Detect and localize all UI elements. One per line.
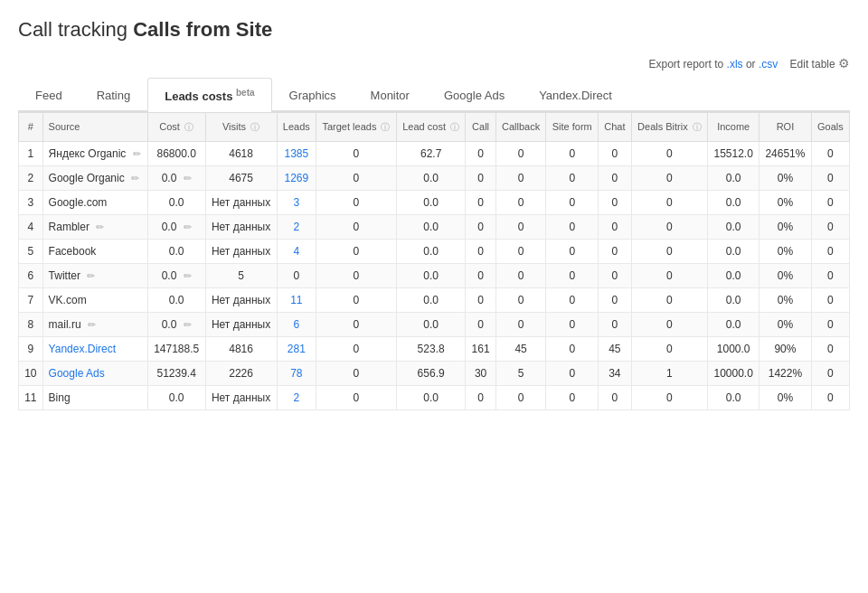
cell-target-leads: 0 — [316, 287, 397, 312]
leads-link[interactable]: 78 — [290, 367, 302, 380]
cost-info-icon: ⓘ — [184, 122, 193, 132]
source-name: Google Organic — [49, 172, 125, 184]
cell-cost: 0.0 — [147, 385, 205, 409]
cell-source: Google Organic ✏ — [42, 165, 147, 190]
tab-monitor[interactable]: Monitor — [354, 79, 427, 111]
tab-leads-costs[interactable]: Leads costs beta — [147, 78, 271, 112]
cell-cost: 0.0 ✏ — [147, 312, 205, 336]
source-edit-icon[interactable]: ✏ — [131, 173, 139, 184]
cost-edit-icon[interactable]: ✏ — [184, 221, 192, 232]
cell-leads: 2 — [277, 385, 316, 409]
cell-lead-cost: 0.0 — [396, 214, 466, 239]
cell-chat: 0 — [599, 385, 632, 409]
table-row: 2 Google Organic ✏ 0.0 ✏ 4675 1269 0 0.0… — [19, 165, 850, 190]
leads-link[interactable]: 4 — [293, 245, 299, 258]
export-bar: Export report to .xls or .csv Edit table… — [18, 56, 850, 71]
cell-leads: 1269 — [277, 165, 316, 190]
edit-table-link[interactable]: Edit table ⚙ — [790, 58, 850, 71]
cell-leads: 1385 — [277, 141, 316, 165]
cell-deals-bitrix: 1 — [631, 361, 708, 385]
source-link[interactable]: Yandex.Direct — [49, 343, 116, 355]
tab-rating[interactable]: Rating — [80, 79, 148, 111]
cell-cost: 0.0 ✏ — [147, 165, 205, 190]
cell-target-leads: 0 — [316, 385, 397, 409]
leads-link[interactable]: 1385 — [284, 147, 308, 160]
cell-deals-bitrix: 0 — [631, 312, 708, 336]
cell-callback: 0 — [495, 287, 546, 312]
cell-roi: 0% — [760, 239, 812, 263]
lead-cost-info-icon: ⓘ — [450, 122, 459, 132]
cell-deals-bitrix: 0 — [631, 336, 708, 361]
tab-yandex-direct[interactable]: Yandex.Direct — [522, 79, 629, 111]
cell-leads: 78 — [277, 361, 316, 385]
col-call: Call — [466, 113, 495, 141]
cell-cost: 0.0 — [147, 239, 205, 263]
cell-lead-cost: 656.9 — [396, 361, 466, 385]
cost-edit-icon[interactable]: ✏ — [184, 319, 192, 330]
cell-deals-bitrix: 0 — [631, 165, 708, 190]
col-chat: Chat — [599, 113, 632, 141]
cell-visits: 4618 — [205, 141, 277, 165]
cell-deals-bitrix: 0 — [631, 287, 708, 312]
cell-income: 1000.0 — [708, 336, 760, 361]
cell-leads: 281 — [277, 336, 316, 361]
visits-info-icon: ⓘ — [250, 122, 259, 132]
cell-call: 0 — [466, 287, 495, 312]
cell-call: 0 — [466, 239, 495, 263]
cell-target-leads: 0 — [316, 361, 397, 385]
tabs-container: Feed Rating Leads costs beta Graphics Mo… — [18, 78, 850, 112]
cell-chat: 0 — [599, 312, 632, 336]
table-row: 10 Google Ads 51239.4 2226 78 0 656.9 30… — [19, 361, 850, 385]
page-title-bold: Calls from Site — [133, 18, 272, 41]
cost-edit-icon[interactable]: ✏ — [184, 173, 192, 184]
cell-num: 9 — [19, 336, 43, 361]
table-row: 1 Яндекс Organic ✏ 86800.0 4618 1385 0 6… — [19, 141, 850, 165]
tab-graphics[interactable]: Graphics — [272, 79, 354, 111]
source-name: Bing — [49, 391, 71, 404]
cell-chat: 0 — [599, 214, 632, 239]
source-edit-icon[interactable]: ✏ — [96, 221, 104, 232]
cell-chat: 0 — [599, 263, 632, 287]
leads-link[interactable]: 11 — [290, 294, 302, 306]
cell-num: 6 — [19, 263, 43, 287]
source-link[interactable]: Google Ads — [49, 367, 105, 380]
cost-edit-icon[interactable]: ✏ — [184, 270, 192, 281]
leads-link[interactable]: 6 — [293, 318, 299, 331]
cell-call: 0 — [466, 141, 495, 165]
cell-chat: 0 — [599, 239, 632, 263]
table-row: 4 Rambler ✏ 0.0 ✏ Нет данных 2 0 0.0 0 0… — [19, 214, 850, 239]
cell-callback: 0 — [495, 214, 546, 239]
cell-leads: 4 — [277, 239, 316, 263]
tab-feed[interactable]: Feed — [18, 79, 80, 111]
leads-link[interactable]: 1269 — [284, 172, 308, 184]
cell-cost: 86800.0 — [147, 141, 205, 165]
cell-income: 0.0 — [708, 385, 760, 409]
cell-target-leads: 0 — [316, 190, 397, 214]
cell-visits: Нет данных — [205, 312, 277, 336]
tab-google-ads[interactable]: Google Ads — [427, 79, 522, 111]
cell-chat: 0 — [599, 141, 632, 165]
leads-link[interactable]: 281 — [288, 343, 306, 355]
source-edit-icon[interactable]: ✏ — [88, 319, 96, 330]
col-num: # — [19, 113, 43, 141]
cell-callback: 0 — [495, 263, 546, 287]
cell-goals: 0 — [811, 141, 849, 165]
leads-link[interactable]: 2 — [293, 221, 299, 233]
leads-link[interactable]: 3 — [293, 196, 299, 209]
cell-income: 0.0 — [708, 239, 760, 263]
cell-num: 11 — [19, 385, 43, 409]
cell-target-leads: 0 — [316, 165, 397, 190]
export-csv-link[interactable]: .csv — [759, 58, 778, 71]
export-or: or — [746, 58, 756, 71]
cell-site-form: 0 — [546, 263, 599, 287]
source-edit-icon[interactable]: ✏ — [87, 270, 95, 281]
export-xls-link[interactable]: .xls — [727, 58, 743, 71]
cell-num: 10 — [19, 361, 43, 385]
leads-link[interactable]: 2 — [293, 391, 299, 404]
cell-site-form: 0 — [546, 361, 599, 385]
source-edit-icon[interactable]: ✏ — [133, 148, 141, 159]
col-site-form: Site form — [546, 113, 599, 141]
cell-callback: 0 — [495, 312, 546, 336]
cell-lead-cost: 0.0 — [396, 287, 466, 312]
cell-source: Yandex.Direct — [42, 336, 147, 361]
